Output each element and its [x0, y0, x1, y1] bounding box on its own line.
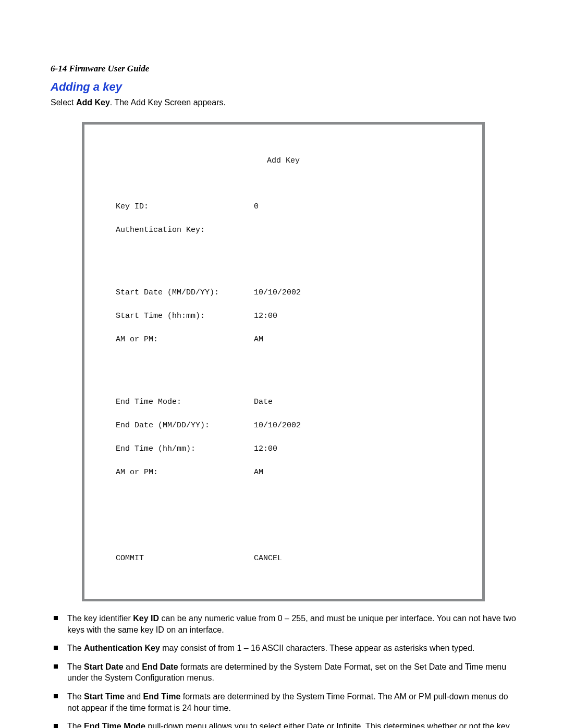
field-label: AM or PM:	[116, 468, 254, 476]
bullet-item: The End Time Mode pull-down menu allows …	[51, 721, 516, 728]
field-key-id: Key ID:0	[116, 203, 451, 211]
bold-text: End Time Mode	[84, 722, 145, 728]
field-end-mode: End Time Mode:Date	[116, 398, 451, 406]
text: The	[67, 692, 84, 701]
field-label: Key ID:	[116, 203, 254, 211]
field-end-ampm: AM or PM:AM	[116, 468, 451, 476]
field-label: Start Date (MM/DD/YY):	[116, 289, 254, 297]
intro-paragraph: Select Add Key. The Add Key Screen appea…	[51, 98, 516, 107]
document-page: 6-14 Firmware User Guide Adding a key Se…	[0, 0, 563, 728]
field-label: Authentication Key:	[116, 226, 254, 234]
text: The	[67, 722, 84, 728]
field-value: Date	[254, 398, 273, 406]
bold-text: End Date	[142, 662, 178, 671]
field-label: Start Time (hh:mm):	[116, 312, 254, 320]
bold-text: Start Date	[84, 662, 124, 671]
text: and	[124, 662, 142, 671]
field-auth-key: Authentication Key:	[116, 226, 451, 234]
bold-text: Start Time	[84, 692, 125, 701]
field-value: AM	[254, 468, 263, 476]
terminal-title: Add Key	[116, 157, 451, 165]
intro-bold: Add Key	[76, 98, 110, 107]
bold-text: Authentication Key	[84, 644, 160, 652]
field-value: 10/10/2002	[254, 422, 301, 429]
bullet-item: The Start Time and End Time formats are …	[51, 691, 516, 713]
bold-text: End Time	[143, 692, 181, 701]
cancel-action: CANCEL	[254, 554, 282, 562]
field-value: 0	[254, 203, 259, 211]
page-header: 6-14 Firmware User Guide	[51, 64, 516, 74]
field-end-time: End Time (hh/mm):12:00	[116, 445, 451, 453]
intro-text-post: . The Add Key Screen appears.	[110, 98, 226, 107]
bullet-item: The Authentication Key may consist of fr…	[51, 643, 516, 654]
field-label: AM or PM:	[116, 336, 254, 343]
section-title: Adding a key	[51, 80, 516, 94]
bold-text: Key ID	[133, 614, 159, 623]
field-value: 12:00	[254, 312, 277, 320]
text: The	[67, 644, 84, 652]
bullet-item: The key identifier Key ID can be any num…	[51, 613, 516, 635]
text: The key identifier	[67, 614, 133, 623]
field-start-ampm: AM or PM:AM	[116, 336, 451, 343]
field-label: End Time (hh/mm):	[116, 445, 254, 453]
text: may consist of from 1 – 16 ASCII charact…	[160, 644, 475, 652]
text: and	[125, 692, 143, 701]
field-label: End Time Mode:	[116, 398, 254, 406]
commit-action: COMMIT	[116, 554, 254, 562]
field-value: 10/10/2002	[254, 289, 301, 297]
bullet-item: The Start Date and End Date formats are …	[51, 661, 516, 684]
field-value: AM	[254, 336, 263, 343]
terminal-actions: COMMITCANCEL	[116, 554, 451, 562]
field-end-date: End Date (MM/DD/YY):10/10/2002	[116, 422, 451, 429]
field-start-time: Start Time (hh:mm):12:00	[116, 312, 451, 320]
bullet-list: The key identifier Key ID can be any num…	[51, 613, 516, 728]
terminal-screenshot: Add Key Key ID:0 Authentication Key: Sta…	[82, 122, 485, 601]
field-start-date: Start Date (MM/DD/YY):10/10/2002	[116, 289, 451, 297]
text: The	[67, 662, 84, 671]
field-label: End Date (MM/DD/YY):	[116, 422, 254, 429]
intro-text-pre: Select	[51, 98, 76, 107]
field-value: 12:00	[254, 445, 277, 453]
